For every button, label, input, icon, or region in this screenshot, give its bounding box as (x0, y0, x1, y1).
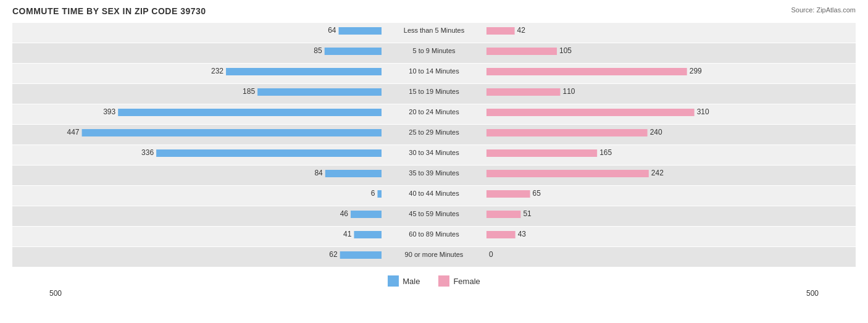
chart-svg: Less than 5 Minutes64425 to 9 Minutes851… (12, 20, 856, 271)
svg-rect-26 (486, 109, 695, 116)
svg-text:90 or more Minutes: 90 or more Minutes (405, 251, 464, 258)
svg-text:20 to 24 Minutes: 20 to 24 Minutes (409, 108, 459, 115)
svg-text:242: 242 (651, 169, 664, 177)
source-text: Source: ZipAtlas.com (791, 6, 856, 14)
svg-text:42: 42 (517, 26, 526, 35)
female-label: Female (453, 277, 480, 286)
svg-text:110: 110 (562, 87, 575, 96)
svg-text:25 to 29 Minutes: 25 to 29 Minutes (409, 128, 459, 136)
legend-female: Female (438, 275, 480, 287)
svg-text:447: 447 (67, 128, 80, 136)
svg-text:185: 185 (243, 87, 255, 96)
svg-rect-7 (325, 48, 382, 55)
svg-text:105: 105 (559, 46, 572, 55)
svg-rect-44 (486, 170, 649, 177)
svg-text:84: 84 (314, 169, 323, 177)
svg-rect-49 (377, 190, 382, 198)
svg-text:0: 0 (489, 250, 493, 259)
svg-text:10 to 14 Minutes: 10 to 14 Minutes (409, 67, 459, 75)
chart-container: COMMUTE TIME BY SEX IN ZIP CODE 39730 So… (0, 0, 868, 323)
svg-text:40 to 44 Minutes: 40 to 44 Minutes (409, 190, 459, 197)
svg-text:Less than 5 Minutes: Less than 5 Minutes (404, 27, 465, 34)
male-color-box (388, 275, 399, 287)
svg-rect-62 (486, 231, 515, 238)
svg-text:232: 232 (211, 67, 223, 75)
svg-rect-1 (338, 27, 382, 35)
svg-text:240: 240 (650, 128, 662, 136)
svg-rect-20 (486, 88, 560, 96)
svg-rect-67 (340, 251, 382, 259)
svg-text:310: 310 (697, 107, 709, 116)
svg-rect-50 (486, 190, 530, 198)
svg-text:165: 165 (599, 148, 612, 157)
female-color-box (438, 275, 449, 287)
svg-text:393: 393 (103, 107, 115, 116)
svg-rect-14 (486, 68, 687, 75)
svg-text:336: 336 (141, 148, 154, 157)
svg-rect-61 (354, 231, 382, 238)
svg-text:41: 41 (343, 230, 352, 238)
svg-rect-32 (486, 129, 648, 136)
axis-right: 500 (806, 289, 819, 298)
svg-rect-38 (486, 149, 597, 157)
svg-text:51: 51 (523, 209, 532, 218)
svg-rect-19 (257, 88, 382, 96)
svg-rect-37 (156, 149, 382, 157)
svg-text:35 to 39 Minutes: 35 to 39 Minutes (409, 169, 459, 177)
svg-text:60 to 89 Minutes: 60 to 89 Minutes (409, 230, 459, 238)
svg-rect-31 (82, 129, 382, 136)
svg-text:64: 64 (328, 26, 336, 35)
axis-left: 500 (49, 289, 62, 298)
male-label: Male (403, 277, 420, 286)
svg-text:85: 85 (314, 46, 322, 55)
svg-text:62: 62 (329, 250, 338, 259)
chart-title: COMMUTE TIME BY SEX IN ZIP CODE 39730 (12, 6, 856, 16)
svg-text:299: 299 (690, 67, 702, 75)
axis-labels: 500 500 (12, 289, 856, 298)
svg-rect-2 (486, 27, 515, 35)
svg-text:15 to 19 Minutes: 15 to 19 Minutes (409, 88, 459, 95)
svg-rect-43 (325, 170, 382, 177)
svg-text:65: 65 (533, 189, 541, 198)
svg-rect-25 (118, 109, 382, 116)
svg-text:30 to 34 Minutes: 30 to 34 Minutes (409, 149, 459, 156)
svg-text:43: 43 (518, 230, 527, 238)
svg-rect-13 (226, 68, 382, 75)
svg-rect-56 (486, 211, 520, 218)
svg-rect-8 (486, 48, 557, 55)
svg-text:46: 46 (340, 209, 349, 218)
svg-text:6: 6 (371, 189, 375, 198)
svg-text:5 to 9 Minutes: 5 to 9 Minutes (412, 47, 456, 54)
svg-text:45 to 59 Minutes: 45 to 59 Minutes (409, 210, 459, 217)
legend: Male Female (12, 275, 856, 287)
legend-male: Male (388, 275, 420, 287)
svg-rect-55 (351, 211, 382, 218)
